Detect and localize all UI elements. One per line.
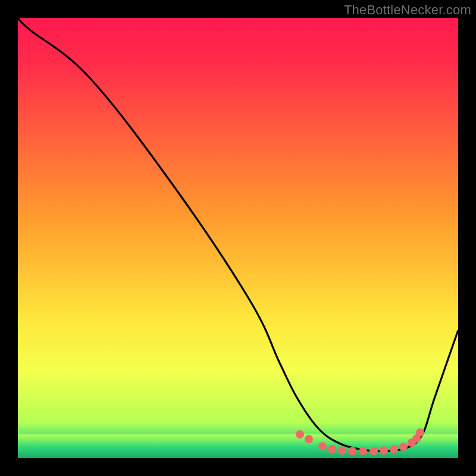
curve-marker [328, 445, 336, 453]
marker-group [296, 428, 424, 455]
curve-marker [369, 447, 378, 455]
watermark-text: TheBottleNecker.com [344, 2, 471, 18]
curve-marker [296, 430, 304, 439]
curve-marker [305, 435, 313, 443]
bottleneck-curve [18, 18, 458, 451]
curve-marker [338, 446, 346, 455]
curve-layer [18, 18, 458, 458]
curve-marker [318, 442, 327, 450]
curve-marker [348, 447, 356, 455]
chart-frame: TheBottleNecker.com [0, 0, 476, 476]
curve-marker [399, 443, 408, 451]
curve-marker [416, 428, 424, 437]
curve-marker [359, 447, 367, 455]
curve-marker [390, 445, 398, 453]
plot-area [18, 18, 458, 458]
curve-marker [380, 446, 388, 455]
